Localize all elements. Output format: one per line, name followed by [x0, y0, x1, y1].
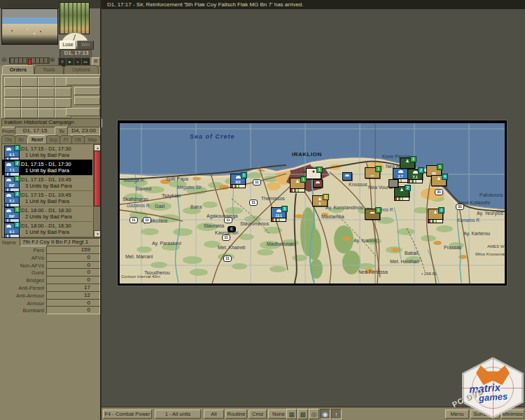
unit-count-badge: 4 — [442, 174, 448, 180]
order-side-button[interactable] — [74, 87, 100, 95]
toolbar-button[interactable]: Cmd — [248, 410, 267, 419]
sidebar: Lose Win D1, 17:13 II▶»»»R ⊖ ⊕ OrdersToo… — [0, 0, 102, 420]
unit-count-badge: 3 — [281, 206, 288, 212]
unit-count-badge: 1 — [14, 206, 20, 213]
terrain-preview[interactable] — [1, 8, 58, 45]
unit-count-badge: 2 — [14, 191, 20, 197]
unit-count-badge: 2 — [14, 160, 20, 167]
unit-count-badge: 2 — [418, 167, 424, 174]
tab-tools[interactable]: Tools — [34, 65, 64, 74]
zoom-out-icon[interactable]: ⊖ — [1, 55, 7, 64]
unit-counter-icon: 5.12 — [4, 192, 20, 204]
tab-orders[interactable]: Orders — [2, 65, 34, 74]
order-side-button[interactable] — [74, 97, 100, 105]
order-button[interactable] — [4, 88, 21, 97]
reinforcement-item[interactable]: INF1D1, 17:15 - D1, 19:453 Units by Bad … — [2, 175, 92, 191]
order-button[interactable] — [55, 88, 71, 97]
unit-count-badge: 2 — [405, 185, 411, 191]
parachute-icon — [413, 171, 418, 174]
parachute-icon — [6, 225, 11, 227]
order-button[interactable] — [21, 77, 38, 87]
order-button[interactable] — [38, 88, 55, 97]
order-button[interactable] — [4, 98, 21, 108]
map-unit-counter[interactable]: 3.7 — [393, 168, 408, 179]
map-unit-counter[interactable] — [342, 172, 352, 181]
order-button[interactable] — [55, 98, 71, 108]
matrix-games-logo: matrix games PC DVD — [462, 357, 524, 419]
map-unit-counter[interactable]: ♟4 — [431, 175, 447, 186]
map-unit-counter[interactable] — [388, 179, 398, 188]
map-canvas[interactable]: Sea of CreteIRAKLIONAldinga R.Spiti Papa… — [120, 123, 505, 284]
map-unit-counter[interactable]: ▬2 — [365, 209, 380, 220]
unit-count-badge: 1 — [437, 164, 443, 170]
map-unit-counter[interactable]: ♟1 — [400, 158, 415, 169]
reinforcement-time: D1, 17:15 - D1, 19:45 — [21, 192, 71, 198]
reinforcement-item[interactable]: 6.12D1, 17:15 - D1, 17:301 Unit by Bad P… — [2, 144, 92, 160]
map-zoom-slider[interactable]: ⊖ ⊕ — [1, 55, 57, 64]
reinforcement-item[interactable]: 9.12D1, 18:00 - D1, 18:301 Unit by Bad P… — [2, 221, 92, 237]
order-button[interactable] — [4, 108, 21, 118]
unit-status-strip — [428, 219, 443, 223]
parachute-icon — [276, 209, 281, 212]
reinforcement-item[interactable]: 7.12D1, 17:15 - D1, 17:301 Unit by Bad P… — [2, 160, 92, 176]
unit-status-strip — [271, 218, 286, 222]
order-button[interactable] — [38, 77, 55, 87]
order-button[interactable] — [4, 77, 21, 87]
map-unit-counter[interactable]: ♟2 — [394, 186, 410, 197]
toolbar-button[interactable]: F4 - Combat Power — [103, 410, 152, 419]
toolbar-button[interactable]: 1 - All units — [155, 410, 201, 419]
order-button[interactable] — [38, 108, 55, 118]
map-unit-counter[interactable] — [313, 179, 323, 188]
unit-counter-label: ••• — [365, 174, 379, 178]
zoom-track[interactable] — [9, 57, 50, 64]
order-side-button[interactable] — [66, 77, 100, 85]
stats-row-label: Guns — [2, 270, 44, 276]
order-button[interactable] — [21, 88, 38, 97]
find-unit-icon[interactable]: ◎ — [309, 409, 319, 419]
reinforcement-desc: 1 Unit by Bad Para — [25, 152, 69, 158]
unit-display-icon[interactable]: ▩ — [298, 409, 308, 419]
stats-row-label: Bombard — [2, 307, 44, 314]
parachute-icon — [6, 178, 11, 181]
stats-row-label: Pers — [2, 247, 44, 253]
message-bar[interactable]: D1, 17:17 - Sir, Reinforcement '5th Flak… — [102, 0, 525, 9]
stats-row-label: AFVs — [2, 255, 44, 261]
unit-count-badge: 1 — [323, 194, 329, 200]
toolbar-button[interactable]: All — [204, 410, 224, 419]
reinforcement-item[interactable]: INF1D1, 18:00 - D1, 18:302 Units by Bad … — [2, 206, 92, 222]
unit-stats-table: Name7th FJ Coy II Bn FJ Regt 1Pers159AFV… — [1, 238, 100, 315]
order-button[interactable] — [21, 98, 38, 108]
zoom-in-icon[interactable]: ⊕ — [50, 55, 55, 64]
map-unit-counter[interactable]: ♟2 — [428, 209, 443, 220]
order-button[interactable] — [38, 98, 55, 108]
reinforcement-desc: 3 Units by Bad Para — [25, 183, 72, 189]
unit-count-badge: 1 — [300, 176, 307, 183]
unit-counter-icon: INF1 — [4, 176, 20, 188]
map-unit-counter[interactable]: •••1 — [365, 167, 380, 178]
reinforcement-item[interactable]: 5.12D1, 17:15 - D1, 19:451 Unit by Bad P… — [2, 190, 92, 206]
map-unit-counter[interactable]: II/21 — [230, 174, 246, 185]
objective-toggle-icon[interactable]: ◉ — [320, 409, 330, 419]
order-side-button[interactable] — [66, 108, 100, 116]
unit-count-badge: 2 — [438, 207, 444, 214]
map-unit-counter[interactable]: 7.12 — [407, 169, 423, 180]
map-unit-counter[interactable]: ★1 — [306, 168, 321, 179]
order-button[interactable] — [21, 108, 38, 118]
toolbar-button[interactable]: Routine — [225, 410, 247, 419]
parachute-icon — [6, 209, 11, 212]
list-tabs: ObjBnReinfSupPlOBMap — [1, 135, 101, 144]
unit-counter-icon: 9.12 — [4, 223, 20, 234]
reinforcement-desc: 2 Units by Bad Para — [25, 214, 72, 220]
map-unit-counter[interactable]: ♟51 — [312, 195, 328, 206]
tab-options[interactable]: Options — [64, 65, 99, 74]
stats-row-value: 0 — [46, 306, 100, 314]
map-unit-counter[interactable]: 13.13 — [271, 207, 286, 218]
reinforcement-time: D1, 18:00 - D1, 18:30 — [21, 223, 71, 229]
map-unit-counter[interactable]: ♟1 — [290, 178, 305, 189]
panel-tabs: OrdersToolsOptions — [1, 65, 100, 74]
up-arrow-icon[interactable]: ↑ — [331, 409, 342, 419]
from-field[interactable]: D1, 17:15 — [15, 127, 55, 135]
to-field[interactable]: D4, 23:00 — [67, 127, 100, 135]
grid-icon[interactable]: ▦ — [286, 409, 297, 419]
unit-counter-icon: INF1 — [4, 207, 20, 219]
